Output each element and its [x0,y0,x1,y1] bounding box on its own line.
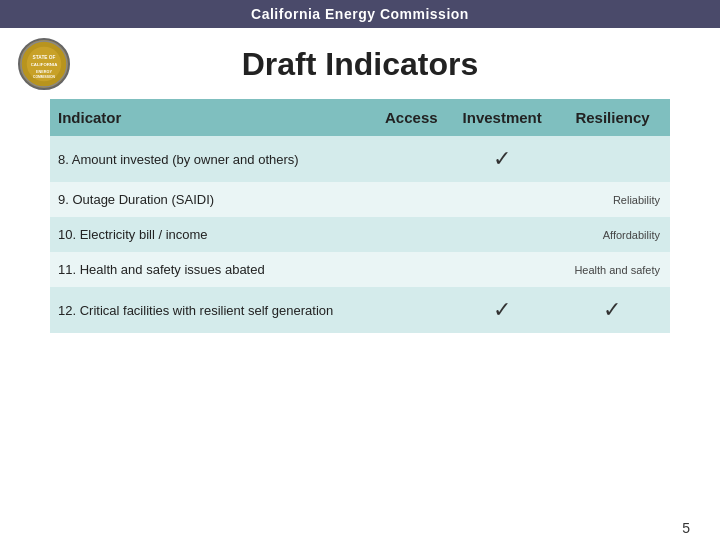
cell-resiliency: Affordability [555,217,670,252]
table-header-row: Indicator Access Investment Resiliency [50,99,670,136]
svg-text:CALIFORNIA: CALIFORNIA [31,62,58,67]
cell-access [373,252,449,287]
cell-access [373,217,449,252]
page-title: Draft Indicators [242,46,478,83]
logo-circle: STATE OF CALIFORNIA ENERGY COMMISSION [18,38,70,90]
svg-text:STATE OF: STATE OF [33,55,56,60]
svg-text:ENERGY: ENERGY [36,70,53,74]
table-row: 8. Amount invested (by owner and others)… [50,136,670,182]
svg-text:COMMISSION: COMMISSION [33,75,56,79]
cell-access [373,136,449,182]
header-bar: California Energy Commission [0,0,720,28]
cell-indicator: 12. Critical facilities with resilient s… [50,287,373,333]
header-title: California Energy Commission [251,6,469,22]
cell-resiliency [555,136,670,182]
cell-investment [449,182,555,217]
cell-resiliency: ✓ [555,287,670,333]
page-number: 5 [682,520,690,536]
main-content: STATE OF CALIFORNIA ENERGY COMMISSION Dr… [0,28,720,514]
cell-resiliency: Health and safety [555,252,670,287]
cell-indicator: 11. Health and safety issues abated [50,252,373,287]
cell-investment: ✓ [449,136,555,182]
col-header-access: Access [373,99,449,136]
table-row: 9. Outage Duration (SAIDI)Reliability [50,182,670,217]
cell-indicator: 8. Amount invested (by owner and others) [50,136,373,182]
col-header-resiliency: Resiliency [555,99,670,136]
table-row: 11. Health and safety issues abatedHealt… [50,252,670,287]
col-header-investment: Investment [449,99,555,136]
page-footer: 5 [0,514,720,540]
logo: STATE OF CALIFORNIA ENERGY COMMISSION [18,38,70,90]
cell-investment: ✓ [449,287,555,333]
page: California Energy Commission STATE OF CA… [0,0,720,540]
table-row: 10. Electricity bill / incomeAffordabili… [50,217,670,252]
cell-access [373,287,449,333]
cell-investment [449,217,555,252]
cell-resiliency: Reliability [555,182,670,217]
indicators-table: Indicator Access Investment Resiliency 8… [50,99,670,333]
cell-indicator: 10. Electricity bill / income [50,217,373,252]
table-row: 12. Critical facilities with resilient s… [50,287,670,333]
cell-indicator: 9. Outage Duration (SAIDI) [50,182,373,217]
cell-investment [449,252,555,287]
cell-access [373,182,449,217]
col-header-indicator: Indicator [50,99,373,136]
